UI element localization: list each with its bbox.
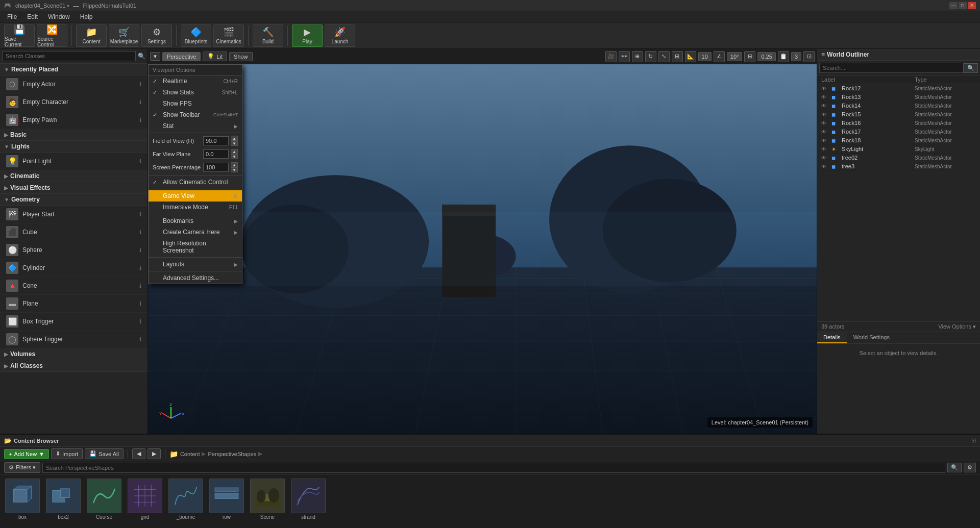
layer-icon[interactable]: 📋 <box>778 51 789 62</box>
list-item[interactable]: 🏁 Player Start ℹ <box>0 206 148 223</box>
view-options-button[interactable]: View Options ▾ <box>938 323 976 330</box>
minimize-button[interactable]: — <box>949 2 958 9</box>
category-lights[interactable]: ▼Lights <box>0 141 148 153</box>
scale-icon[interactable]: ⤡ <box>658 51 670 62</box>
high-res-item[interactable]: High Resolution Screenshot <box>149 238 242 256</box>
cinematics-button[interactable]: 🎬 Cinematics <box>213 24 244 47</box>
surface-snap-icon[interactable]: 📐 <box>685 51 696 62</box>
info-icon[interactable]: ℹ <box>139 336 141 343</box>
far-up-button[interactable]: ▲ <box>231 149 238 154</box>
list-item[interactable]: box2 <box>45 479 82 520</box>
build-button[interactable]: 🔨 Build <box>253 24 283 47</box>
show-fps-item[interactable]: Show FPS <box>149 98 242 109</box>
category-volumes[interactable]: ▶Volumes <box>0 348 148 360</box>
info-icon[interactable]: ℹ <box>139 300 141 307</box>
info-icon[interactable]: ℹ <box>139 247 141 254</box>
outliner-search-input[interactable] <box>819 63 964 73</box>
info-icon[interactable]: ℹ <box>139 81 141 88</box>
breadcrumb-perspective-shapes[interactable]: PerspectiveShapes <box>208 451 256 457</box>
menu-edit[interactable]: Edit <box>22 12 43 21</box>
cinematic-control-item[interactable]: ✓ Allow Cinematic Control <box>149 177 242 188</box>
category-geometry[interactable]: ▼Geometry <box>0 194 148 206</box>
show-toolbar-item[interactable]: ✓ Show Toolbar Ctrl+Shift+T <box>149 109 242 120</box>
info-icon[interactable]: ℹ <box>139 117 141 123</box>
list-item[interactable]: 🔺 Cone ℹ <box>0 277 148 295</box>
save-current-button[interactable]: 💾 Save Current <box>4 24 35 47</box>
content-settings-button[interactable]: ⚙ <box>964 463 976 472</box>
stat-item[interactable]: Stat ▶ <box>149 120 242 132</box>
far-down-button[interactable]: ▼ <box>231 154 238 159</box>
list-item[interactable]: box <box>4 479 41 520</box>
fov-input[interactable] <box>203 136 229 145</box>
menu-file[interactable]: File <box>2 12 22 21</box>
layouts-item[interactable]: Layouts ▶ <box>149 259 242 270</box>
content-button[interactable]: 📁 Content <box>76 24 107 47</box>
import-button[interactable]: ⬇ Import <box>51 448 83 459</box>
category-visual-effects[interactable]: ▶Visual Effects <box>0 182 148 194</box>
breadcrumb-content[interactable]: Content <box>180 451 200 457</box>
table-row[interactable]: 👁 ◼ Rock15 StaticMeshActor <box>817 110 980 119</box>
screen-pct-input[interactable] <box>203 163 229 172</box>
pct-up-button[interactable]: ▲ <box>231 162 238 167</box>
list-item[interactable]: ⬡ Empty Actor ℹ <box>0 76 148 93</box>
viewport-canvas[interactable]: X Y Z Level: chapter04_Scene01 (Persiste… <box>148 64 817 434</box>
list-item[interactable]: ▬ Plane ℹ <box>0 295 148 313</box>
info-icon[interactable]: ℹ <box>139 283 141 289</box>
grid-toggle-icon[interactable]: ⊞ <box>672 51 683 62</box>
advanced-settings-item[interactable]: Advanced Settings... <box>149 272 242 284</box>
realtime-item[interactable]: ✓ Realtime Ctrl+R <box>149 76 242 87</box>
content-browser-options[interactable]: ⊡ <box>971 437 976 444</box>
fov-up-button[interactable]: ▲ <box>231 136 238 141</box>
fov-down-button[interactable]: ▼ <box>231 141 238 146</box>
table-row[interactable]: 👁 ◼ Rock13 StaticMeshActor <box>817 93 980 102</box>
list-item[interactable]: _bourne <box>167 479 204 520</box>
bookmarks-item[interactable]: Bookmarks ▶ <box>149 215 242 227</box>
content-search-input[interactable] <box>42 463 945 473</box>
menu-help[interactable]: Help <box>75 12 98 21</box>
list-item[interactable]: row <box>208 479 245 520</box>
info-icon[interactable]: ℹ <box>139 211 141 218</box>
tab-details[interactable]: Details <box>817 332 847 343</box>
list-item[interactable]: ⬛ Cube ℹ <box>0 223 148 241</box>
immersive-mode-item[interactable]: Immersive Mode F11 <box>149 202 242 213</box>
search-input[interactable] <box>2 51 136 61</box>
info-icon[interactable]: ℹ <box>139 265 141 271</box>
show-stats-item[interactable]: ✓ Show Stats Shift+L <box>149 87 242 98</box>
tab-world-settings[interactable]: World Settings <box>847 332 896 343</box>
info-icon[interactable]: ℹ <box>139 318 141 325</box>
perspective-button[interactable]: Perspective <box>162 52 201 61</box>
nav-back-button[interactable]: ◀ <box>132 448 145 459</box>
table-row[interactable]: 👁 ◼ tree3 StaticMeshActor <box>817 162 980 171</box>
outliner-search-button[interactable]: 🔍 <box>964 63 978 73</box>
source-control-button[interactable]: 🔀 Source Control <box>37 24 67 47</box>
category-cinematic[interactable]: ▶Cinematic <box>0 170 148 182</box>
pct-down-button[interactable]: ▼ <box>231 167 238 172</box>
list-item[interactable]: 💡 Point Light ℹ <box>0 153 148 170</box>
list-item[interactable]: Course <box>86 479 122 520</box>
lit-button[interactable]: 💡 Lit <box>203 52 227 61</box>
info-icon[interactable]: ℹ <box>139 229 141 236</box>
list-item[interactable]: 🤖 Empty Pawn ℹ <box>0 111 148 129</box>
viewport-options-button[interactable]: ▼ <box>150 52 160 61</box>
table-row[interactable]: 👁 ◼ tree02 StaticMeshActor <box>817 154 980 162</box>
marketplace-button[interactable]: 🛒 Marketplace <box>109 24 139 47</box>
menu-window[interactable]: Window <box>43 12 75 21</box>
blueprints-button[interactable]: 🔷 Blueprints <box>181 24 211 47</box>
maximize-button[interactable]: □ <box>959 2 967 9</box>
vr-icon[interactable]: 👓 <box>619 51 630 62</box>
show-button[interactable]: Show <box>229 52 253 61</box>
rotate-icon[interactable]: ↻ <box>645 51 656 62</box>
close-button[interactable]: ✕ <box>968 2 976 9</box>
nav-forward-button[interactable]: ▶ <box>148 448 161 459</box>
table-row[interactable]: 👁 ◼ Rock12 StaticMeshActor <box>817 84 980 93</box>
list-item[interactable]: strand <box>290 479 327 520</box>
app-tab[interactable]: chapter04_Scene01 • <box>15 3 69 9</box>
table-row[interactable]: 👁 ◼ Rock18 StaticMeshActor <box>817 136 980 145</box>
camera-speed-icon[interactable]: 🎥 <box>605 51 617 62</box>
angle-snap-value[interactable]: 10° <box>727 52 743 61</box>
save-all-button[interactable]: 💾 Save All <box>85 448 124 459</box>
angle-snap-icon[interactable]: ∠ <box>714 51 725 62</box>
launch-button[interactable]: 🚀 Launch <box>325 24 355 47</box>
list-item[interactable]: 🔷 Cylinder ℹ <box>0 259 148 277</box>
list-item[interactable]: ⚪ Sphere ℹ <box>0 241 148 259</box>
